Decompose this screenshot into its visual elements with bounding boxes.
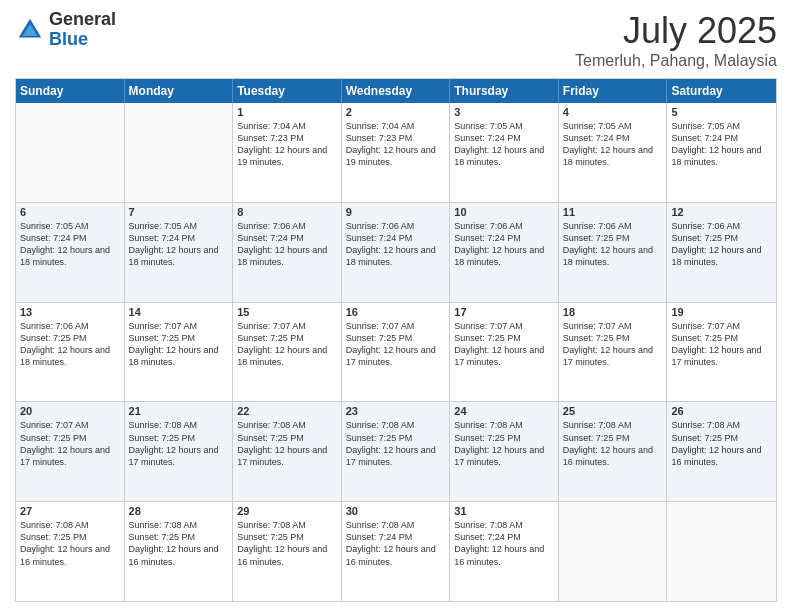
cell-info: Sunrise: 7:06 AM Sunset: 7:24 PM Dayligh… (346, 220, 446, 269)
day-number: 8 (237, 206, 337, 218)
cell-info: Sunrise: 7:08 AM Sunset: 7:24 PM Dayligh… (454, 519, 554, 568)
page: General Blue July 2025 Temerluh, Pahang,… (0, 0, 792, 612)
weekday-header: Monday (125, 79, 234, 103)
day-number: 14 (129, 306, 229, 318)
day-number: 15 (237, 306, 337, 318)
cell-info: Sunrise: 7:04 AM Sunset: 7:23 PM Dayligh… (346, 120, 446, 169)
cell-info: Sunrise: 7:06 AM Sunset: 7:25 PM Dayligh… (563, 220, 663, 269)
day-number: 3 (454, 106, 554, 118)
weekday-header: Wednesday (342, 79, 451, 103)
logo-blue: Blue (49, 30, 116, 50)
cell-info: Sunrise: 7:08 AM Sunset: 7:25 PM Dayligh… (20, 519, 120, 568)
cell-info: Sunrise: 7:05 AM Sunset: 7:24 PM Dayligh… (563, 120, 663, 169)
logo-icon (15, 15, 45, 45)
cell-info: Sunrise: 7:05 AM Sunset: 7:24 PM Dayligh… (129, 220, 229, 269)
calendar-cell: 14Sunrise: 7:07 AM Sunset: 7:25 PM Dayli… (125, 303, 234, 402)
calendar-cell: 31Sunrise: 7:08 AM Sunset: 7:24 PM Dayli… (450, 502, 559, 601)
cell-info: Sunrise: 7:05 AM Sunset: 7:24 PM Dayligh… (454, 120, 554, 169)
calendar-cell: 5Sunrise: 7:05 AM Sunset: 7:24 PM Daylig… (667, 103, 776, 202)
weekday-header: Tuesday (233, 79, 342, 103)
calendar-cell (559, 502, 668, 601)
cell-info: Sunrise: 7:07 AM Sunset: 7:25 PM Dayligh… (454, 320, 554, 369)
calendar-cell: 19Sunrise: 7:07 AM Sunset: 7:25 PM Dayli… (667, 303, 776, 402)
cell-info: Sunrise: 7:07 AM Sunset: 7:25 PM Dayligh… (129, 320, 229, 369)
day-number: 1 (237, 106, 337, 118)
location-title: Temerluh, Pahang, Malaysia (575, 52, 777, 70)
day-number: 9 (346, 206, 446, 218)
header: General Blue July 2025 Temerluh, Pahang,… (15, 10, 777, 70)
calendar-cell: 6Sunrise: 7:05 AM Sunset: 7:24 PM Daylig… (16, 203, 125, 302)
weekday-header: Thursday (450, 79, 559, 103)
calendar-cell: 13Sunrise: 7:06 AM Sunset: 7:25 PM Dayli… (16, 303, 125, 402)
cell-info: Sunrise: 7:06 AM Sunset: 7:25 PM Dayligh… (20, 320, 120, 369)
cell-info: Sunrise: 7:05 AM Sunset: 7:24 PM Dayligh… (671, 120, 772, 169)
calendar-cell: 1Sunrise: 7:04 AM Sunset: 7:23 PM Daylig… (233, 103, 342, 202)
day-number: 29 (237, 505, 337, 517)
day-number: 5 (671, 106, 772, 118)
calendar-cell: 28Sunrise: 7:08 AM Sunset: 7:25 PM Dayli… (125, 502, 234, 601)
calendar-cell: 20Sunrise: 7:07 AM Sunset: 7:25 PM Dayli… (16, 402, 125, 501)
cell-info: Sunrise: 7:07 AM Sunset: 7:25 PM Dayligh… (346, 320, 446, 369)
day-number: 12 (671, 206, 772, 218)
calendar-cell: 4Sunrise: 7:05 AM Sunset: 7:24 PM Daylig… (559, 103, 668, 202)
day-number: 21 (129, 405, 229, 417)
calendar-cell: 16Sunrise: 7:07 AM Sunset: 7:25 PM Dayli… (342, 303, 451, 402)
day-number: 22 (237, 405, 337, 417)
cell-info: Sunrise: 7:08 AM Sunset: 7:25 PM Dayligh… (237, 419, 337, 468)
calendar-cell: 8Sunrise: 7:06 AM Sunset: 7:24 PM Daylig… (233, 203, 342, 302)
cell-info: Sunrise: 7:07 AM Sunset: 7:25 PM Dayligh… (237, 320, 337, 369)
cell-info: Sunrise: 7:08 AM Sunset: 7:25 PM Dayligh… (237, 519, 337, 568)
calendar-row: 6Sunrise: 7:05 AM Sunset: 7:24 PM Daylig… (16, 202, 776, 302)
day-number: 20 (20, 405, 120, 417)
cell-info: Sunrise: 7:08 AM Sunset: 7:25 PM Dayligh… (346, 419, 446, 468)
day-number: 4 (563, 106, 663, 118)
day-number: 17 (454, 306, 554, 318)
calendar-cell (16, 103, 125, 202)
calendar-cell: 24Sunrise: 7:08 AM Sunset: 7:25 PM Dayli… (450, 402, 559, 501)
calendar-cell: 29Sunrise: 7:08 AM Sunset: 7:25 PM Dayli… (233, 502, 342, 601)
calendar-cell: 27Sunrise: 7:08 AM Sunset: 7:25 PM Dayli… (16, 502, 125, 601)
cell-info: Sunrise: 7:08 AM Sunset: 7:25 PM Dayligh… (563, 419, 663, 468)
day-number: 28 (129, 505, 229, 517)
cell-info: Sunrise: 7:06 AM Sunset: 7:24 PM Dayligh… (237, 220, 337, 269)
day-number: 7 (129, 206, 229, 218)
calendar-cell: 25Sunrise: 7:08 AM Sunset: 7:25 PM Dayli… (559, 402, 668, 501)
day-number: 24 (454, 405, 554, 417)
calendar-cell: 10Sunrise: 7:06 AM Sunset: 7:24 PM Dayli… (450, 203, 559, 302)
calendar-row: 20Sunrise: 7:07 AM Sunset: 7:25 PM Dayli… (16, 401, 776, 501)
calendar-row: 27Sunrise: 7:08 AM Sunset: 7:25 PM Dayli… (16, 501, 776, 601)
calendar-cell: 23Sunrise: 7:08 AM Sunset: 7:25 PM Dayli… (342, 402, 451, 501)
calendar-cell: 22Sunrise: 7:08 AM Sunset: 7:25 PM Dayli… (233, 402, 342, 501)
calendar-cell: 7Sunrise: 7:05 AM Sunset: 7:24 PM Daylig… (125, 203, 234, 302)
cell-info: Sunrise: 7:08 AM Sunset: 7:24 PM Dayligh… (346, 519, 446, 568)
cell-info: Sunrise: 7:07 AM Sunset: 7:25 PM Dayligh… (20, 419, 120, 468)
calendar-cell: 3Sunrise: 7:05 AM Sunset: 7:24 PM Daylig… (450, 103, 559, 202)
day-number: 10 (454, 206, 554, 218)
calendar-cell: 12Sunrise: 7:06 AM Sunset: 7:25 PM Dayli… (667, 203, 776, 302)
calendar: SundayMondayTuesdayWednesdayThursdayFrid… (15, 78, 777, 602)
cell-info: Sunrise: 7:07 AM Sunset: 7:25 PM Dayligh… (671, 320, 772, 369)
cell-info: Sunrise: 7:06 AM Sunset: 7:25 PM Dayligh… (671, 220, 772, 269)
calendar-cell: 30Sunrise: 7:08 AM Sunset: 7:24 PM Dayli… (342, 502, 451, 601)
day-number: 2 (346, 106, 446, 118)
day-number: 30 (346, 505, 446, 517)
day-number: 11 (563, 206, 663, 218)
logo: General Blue (15, 10, 116, 50)
logo-general: General (49, 10, 116, 30)
day-number: 13 (20, 306, 120, 318)
calendar-row: 1Sunrise: 7:04 AM Sunset: 7:23 PM Daylig… (16, 103, 776, 202)
calendar-cell: 26Sunrise: 7:08 AM Sunset: 7:25 PM Dayli… (667, 402, 776, 501)
calendar-cell: 2Sunrise: 7:04 AM Sunset: 7:23 PM Daylig… (342, 103, 451, 202)
cell-info: Sunrise: 7:08 AM Sunset: 7:25 PM Dayligh… (671, 419, 772, 468)
calendar-cell (125, 103, 234, 202)
day-number: 6 (20, 206, 120, 218)
day-number: 26 (671, 405, 772, 417)
calendar-cell: 15Sunrise: 7:07 AM Sunset: 7:25 PM Dayli… (233, 303, 342, 402)
cell-info: Sunrise: 7:06 AM Sunset: 7:24 PM Dayligh… (454, 220, 554, 269)
calendar-row: 13Sunrise: 7:06 AM Sunset: 7:25 PM Dayli… (16, 302, 776, 402)
weekday-header: Sunday (16, 79, 125, 103)
calendar-header: SundayMondayTuesdayWednesdayThursdayFrid… (16, 79, 776, 103)
calendar-cell (667, 502, 776, 601)
weekday-header: Saturday (667, 79, 776, 103)
calendar-body: 1Sunrise: 7:04 AM Sunset: 7:23 PM Daylig… (16, 103, 776, 601)
